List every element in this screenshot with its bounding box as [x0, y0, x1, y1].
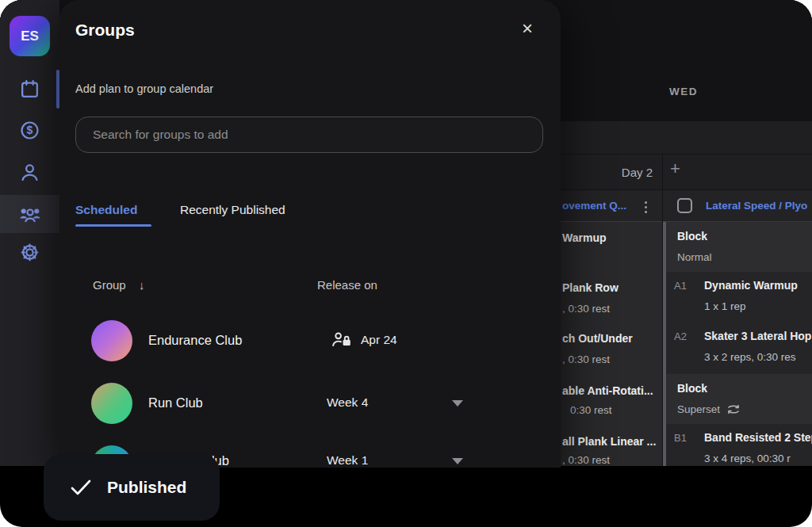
- exercise-name[interactable]: ch Out/Under: [562, 332, 633, 345]
- block-label: Block: [677, 382, 707, 395]
- modal-title: Groups: [75, 21, 135, 40]
- exercise-tag: A1: [674, 280, 687, 292]
- sidebar-item-billing[interactable]: $: [0, 111, 59, 149]
- exercise-detail: 0:30 rest: [570, 404, 612, 416]
- sidebar-item-athletes[interactable]: [0, 153, 59, 191]
- weekday-header: WED: [561, 86, 806, 97]
- release-week[interactable]: Week 4: [327, 395, 368, 410]
- superset-cycle-icon: [726, 404, 741, 414]
- plan-title-link[interactable]: Lateral Speed / Plyo: [706, 200, 807, 212]
- exercise-name[interactable]: Dynamic Warmup: [704, 279, 798, 292]
- column-header-group: Group: [93, 278, 126, 292]
- exercise-detail: , 0:30 rest: [562, 454, 610, 466]
- search-input[interactable]: [75, 116, 543, 153]
- exercise-name[interactable]: able Anti-Rotati...: [562, 384, 653, 397]
- sidebar-item-settings[interactable]: [0, 233, 59, 271]
- plan-title-link[interactable]: ovement Q...: [562, 200, 626, 212]
- add-plan-button[interactable]: +: [670, 160, 680, 178]
- person-lock-icon: [331, 331, 354, 352]
- svg-text:$: $: [27, 124, 33, 136]
- sort-arrow-icon[interactable]: ↓: [139, 278, 145, 292]
- active-tab-underline: [75, 224, 151, 227]
- plan-checkbox[interactable]: [677, 198, 692, 213]
- dropdown-arrow-icon[interactable]: [452, 400, 463, 407]
- workout-card-left-header: ovement Q...: [560, 190, 662, 222]
- toast-label: Published: [107, 478, 186, 497]
- groups-icon: [19, 204, 41, 223]
- exercise-detail: 3 x 4 reps, 00:30 r: [704, 453, 791, 464]
- published-toast: Published: [44, 454, 220, 521]
- calendar-icon: [19, 78, 40, 100]
- sidebar-item-groups[interactable]: [0, 195, 59, 233]
- tab-recently-published[interactable]: Recently Published: [180, 203, 285, 217]
- person-icon: [19, 162, 40, 183]
- day-label[interactable]: Day 2: [561, 166, 653, 179]
- exercise-tag: A2: [674, 330, 687, 342]
- dollar-icon: $: [19, 120, 40, 141]
- block-type: Superset: [677, 403, 720, 415]
- exercise-name[interactable]: Plank Row: [562, 281, 619, 294]
- exercise-name[interactable]: all Plank Linear ...: [562, 435, 656, 448]
- release-week[interactable]: Week 1: [327, 453, 368, 468]
- group-name[interactable]: Endurance Club: [148, 333, 242, 348]
- column-header-release: Release on: [317, 278, 377, 292]
- block-label: Block: [677, 230, 707, 242]
- check-icon: [69, 478, 93, 497]
- exercise-name[interactable]: Skater 3 Lateral Hop: [704, 330, 811, 342]
- exercise-tag: B1: [674, 432, 687, 444]
- exercise-detail: , 0:30 rest: [562, 353, 610, 365]
- group-avatar: [91, 383, 132, 424]
- close-icon[interactable]: ×: [522, 19, 533, 38]
- exercise-name[interactable]: Warmup: [562, 231, 606, 244]
- release-date[interactable]: Apr 24: [361, 333, 397, 347]
- workout-card-left: ovement Q... Warmup Plank Row , 0:30 res…: [560, 190, 662, 466]
- gear-icon: [19, 242, 40, 263]
- exercise-detail: 1 x 1 rep: [704, 300, 746, 312]
- sidebar: ES $: [0, 0, 59, 466]
- modal-subtitle: Add plan to group calendar: [75, 82, 213, 95]
- exercise-name[interactable]: Band Resisted 2 Step: [704, 431, 812, 444]
- tab-scheduled[interactable]: Scheduled: [75, 203, 137, 217]
- block-type-row: Superset: [677, 403, 741, 415]
- sidebar-item-calendar[interactable]: [0, 70, 59, 108]
- group-name[interactable]: Run Club: [148, 395, 203, 411]
- dropdown-arrow-icon[interactable]: [452, 458, 463, 464]
- groups-modal: Groups × Add plan to group calendar Sche…: [59, 0, 561, 468]
- block-type: Normal: [677, 251, 712, 263]
- group-avatar: [91, 320, 132, 361]
- exercise-detail: , 0:30 rest: [562, 303, 610, 315]
- workout-card-right: Lateral Speed / Plyo Block Normal A1 Dyn…: [663, 190, 812, 466]
- kebab-menu-icon[interactable]: [645, 206, 647, 208]
- exercise-detail: 3 x 2 reps, 0:30 res: [704, 351, 796, 363]
- workout-card-right-header: Lateral Speed / Plyo: [663, 190, 812, 222]
- app-window: WED Day 2 + ovement Q... Warmup Plank Ro…: [0, 0, 812, 527]
- avatar[interactable]: ES: [10, 16, 50, 56]
